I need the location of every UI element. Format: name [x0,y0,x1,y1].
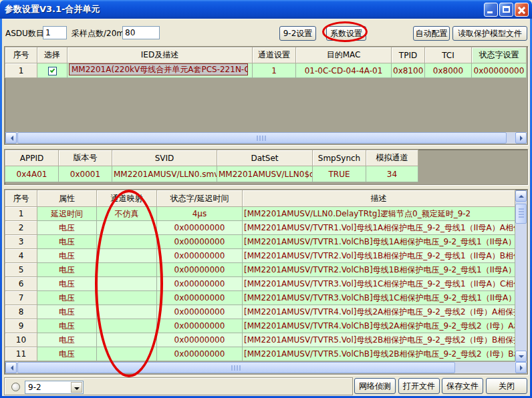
cell-status-delay[interactable]: 0x00000000 [157,277,243,291]
maximize-button[interactable] [499,3,513,17]
cell-row-no[interactable]: 6 [5,277,37,291]
cell-tci[interactable]: 0x8000 [425,63,472,78]
cell-attribute[interactable]: 电压 [37,277,97,291]
cell-attribute[interactable]: 电压 [37,249,97,263]
cell-select[interactable] [37,63,68,78]
cell-row-no[interactable]: 4 [5,249,37,263]
cell-description[interactable]: [MM2201AMUSV/TVTR3.Vol]母线1C相保护电压_9-2_母线1… [243,277,515,291]
scroll-down-button[interactable] [515,351,527,362]
cell-description[interactable]: [MM2201AMUSV/TVTR1.Vol]母线1A相保护电压_9-2_母线1… [243,221,515,235]
read-protect-model-button[interactable]: 读取保护模型文件 [452,26,527,41]
cell-attribute[interactable]: 延迟时间 [37,207,97,221]
cell-status-delay[interactable]: 0x00000000 [157,263,243,277]
cell-attribute[interactable]: 电压 [37,235,97,249]
cell-description[interactable]: [MM2201AMUSV/TVTR2.VolChB]母线1B相保护电压_9-2_… [243,263,515,277]
cell-attribute[interactable]: 电压 [37,319,97,333]
cell-status-delay[interactable]: 0x00000000 [157,305,243,319]
save-file-button[interactable]: 保存文件 [442,378,483,394]
cell-attribute[interactable]: 电压 [37,347,97,361]
cell-channel-map[interactable] [97,221,157,235]
cell-channel-map[interactable] [97,319,157,333]
cell-description[interactable]: [MM2201AMUSV/TVTR4.VolChB]母线2A相保护电压_9-2_… [243,319,515,333]
title-bar[interactable]: 参数设置V3.1-合并单元 [0,0,532,19]
cell-description[interactable]: [MM2201AMUSV/TVTR1.VolChB]母线1A相保护电压_9-2_… [243,235,515,249]
cell-row-no[interactable]: 10 [5,333,37,347]
scroll-left-button[interactable] [5,132,17,144]
cell-row-no[interactable]: 11 [5,347,37,361]
cell-ied-desc[interactable]: MM2201A(220kV母线合并单元A套PCS-221N-G-H3) [68,63,253,78]
auto-config-button[interactable]: 自动配置 [413,26,450,41]
cell-row-no[interactable]: 3 [5,235,37,249]
cell-channel-map[interactable] [97,333,157,347]
cell-channel-map[interactable] [97,347,157,361]
cell-status-delay[interactable]: 0x00000000 [157,235,243,249]
cell-description[interactable]: [MM2201AMUSV/TVTR5.Vol]母线2B相保护电压_9-2_母线2… [243,333,515,347]
cell-attribute[interactable]: 电压 [37,263,97,277]
cell-status-delay[interactable]: 0x00000000 [157,319,243,333]
cell-attribute[interactable]: 电压 [37,221,97,235]
cell-status-word[interactable]: 0x00000000 [472,63,527,78]
open-file-button[interactable]: 打开文件 [398,378,440,394]
cell-channel-map[interactable] [97,235,157,249]
ied-table-hscrollbar[interactable] [5,132,527,144]
cell-row-no[interactable]: 7 [5,291,37,305]
coefficient-setting-button[interactable]: 系数设置 [326,26,366,41]
channel-table-hscrollbar[interactable] [5,362,527,373]
cell-channel-map[interactable] [97,263,157,277]
cell-description[interactable]: [MM2201AMUSV/TVTR4.Vol]母线2A相保护电压_9-2_母线2… [243,305,515,319]
cell-row-no[interactable]: 8 [5,305,37,319]
select-checkbox[interactable] [48,67,57,75]
cell-version[interactable]: 0x0001 [59,166,112,182]
scroll-up-button[interactable] [515,190,527,202]
cell-channel-map[interactable] [97,305,157,319]
cell-analog-channels[interactable]: 34 [366,166,418,182]
minimize-button[interactable] [484,3,498,17]
cell-description[interactable]: [MM2201AMUSV/LLN0.DelayTRtg]逻辑节点0_额定延时_9… [243,207,515,221]
scroll-right-button[interactable] [515,362,527,373]
sample-count-input[interactable] [122,26,160,39]
cell-description[interactable]: [MM2201AMUSV/TVTR5.VolChB]母线2B相保护电压_9-2_… [243,347,515,361]
cell-description[interactable]: [MM2201AMUSV/TVTR3.VolChB]母线1C相保护电压_9-2_… [243,291,515,305]
cell-dest-mac[interactable]: 01-0C-CD-04-4A-01 [296,63,392,78]
cell-index[interactable]: 1 [5,63,37,78]
cell-status-delay[interactable]: 4μs [157,207,243,221]
cell-status-delay[interactable]: 0x00000000 [157,291,243,305]
combobox-drop-button[interactable] [71,382,82,393]
cell-channel-map[interactable] [97,277,157,291]
cell-channel-setting[interactable]: 1 [253,63,296,78]
hscroll-thumb[interactable] [17,132,507,144]
mode-combobox[interactable]: 9-2 [25,381,84,394]
cell-status-delay[interactable]: 0x00000000 [157,249,243,263]
asdu-count-input[interactable] [43,26,67,39]
cell-datset[interactable]: MM2201AMUSV/LLN0$dsSV [217,166,313,182]
cell-status-delay[interactable]: 0x00000000 [157,347,243,361]
cell-appid[interactable]: 0x4A01 [5,166,59,182]
cell-row-no[interactable]: 1 [5,207,37,221]
cell-description[interactable]: [MM2201AMUSV/TVTR2.Vol]母线1B相保护电压_9-2_母线1… [243,249,515,263]
cell-row-no[interactable]: 5 [5,263,37,277]
vscroll-thumb[interactable] [515,204,527,224]
cell-row-no[interactable]: 2 [5,221,37,235]
mode-radio[interactable] [11,383,20,391]
ied-description-chip[interactable]: MM2201A(220kV母线合并单元A套PCS-221N-G-H3) [69,63,248,75]
scroll-right-button[interactable] [515,132,527,144]
cell-channel-map[interactable]: 不仿真 [97,207,157,221]
cell-status-delay[interactable]: 0x00000000 [157,333,243,347]
cell-tpid[interactable]: 0x8100 [392,63,425,78]
cell-attribute[interactable]: 电压 [37,333,97,347]
hscroll-thumb[interactable] [17,362,455,373]
close-button[interactable] [515,3,529,17]
channel-table-vscrollbar[interactable] [515,190,527,362]
close-dialog-button[interactable]: 关闭 [486,378,527,394]
cell-status-delay[interactable]: 0x00000000 [157,221,243,235]
cell-attribute[interactable]: 电压 [37,291,97,305]
scroll-left-button[interactable] [5,362,17,373]
cell-attribute[interactable]: 电压 [37,305,97,319]
setting-9-2-button[interactable]: 9-2设置 [279,26,316,41]
cell-channel-map[interactable] [97,291,157,305]
cell-row-no[interactable]: 9 [5,319,37,333]
cell-smpsynch[interactable]: TRUE [313,166,366,182]
network-detect-button[interactable]: 网络侦测 [354,378,396,394]
cell-channel-map[interactable] [97,249,157,263]
cell-svid[interactable]: MM2201AMUSV/LLN0.smvcb0 [112,166,217,182]
